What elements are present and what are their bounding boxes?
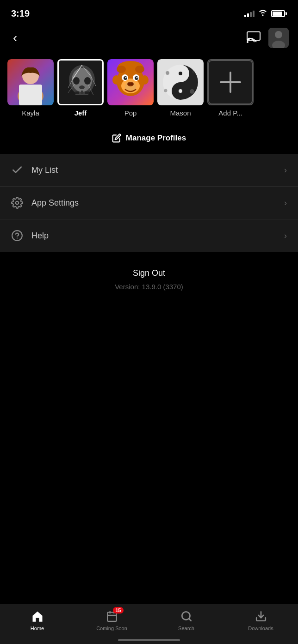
- menu-item-app-settings[interactable]: App Settings ›: [0, 187, 298, 219]
- chevron-right-icon-help: ›: [284, 231, 287, 241]
- user-avatar[interactable]: [268, 28, 289, 48]
- profile-item-pop[interactable]: Pop: [107, 59, 154, 117]
- profile-name-mason: Mason: [170, 109, 191, 117]
- status-icons: [244, 9, 287, 18]
- pencil-icon: [112, 134, 121, 143]
- svg-rect-8: [19, 85, 42, 105]
- svg-point-41: [117, 66, 126, 73]
- header: ‹: [0, 24, 298, 55]
- menu-item-label-my-list: My List: [31, 165, 58, 175]
- svg-line-65: [189, 619, 191, 621]
- nav-label-downloads: Downloads: [248, 626, 273, 631]
- chevron-right-icon: ›: [284, 165, 287, 175]
- sign-out-section: Sign Out Version: 13.9.0 (3370): [0, 252, 298, 298]
- nav-label-home: Home: [31, 626, 44, 631]
- nav-item-downloads[interactable]: Downloads: [242, 610, 279, 631]
- svg-point-34: [137, 77, 138, 79]
- svg-point-18: [73, 77, 80, 85]
- cast-icon[interactable]: [246, 31, 261, 45]
- svg-point-47: [179, 72, 182, 75]
- menu-section: My List › App Settings › Help ›: [0, 154, 298, 252]
- svg-rect-22: [81, 91, 83, 94]
- svg-rect-60: [107, 612, 117, 621]
- avatar-image: [268, 28, 289, 48]
- gear-icon: [11, 197, 23, 209]
- menu-item-left-help: Help: [11, 230, 49, 242]
- profile-name-kayla: Kayla: [22, 109, 39, 117]
- check-icon: [11, 164, 23, 176]
- nav-label-search: Search: [178, 626, 194, 631]
- svg-point-33: [125, 77, 127, 79]
- signal-bars-icon: [244, 10, 255, 17]
- svg-point-20: [79, 85, 85, 89]
- profile-name-add: Add P...: [218, 109, 242, 117]
- profile-item-kayla[interactable]: Kayla: [7, 59, 54, 117]
- svg-point-42: [135, 66, 144, 73]
- svg-point-52: [164, 89, 168, 92]
- nav-item-search[interactable]: Search: [168, 610, 205, 631]
- menu-item-label-help: Help: [31, 231, 49, 241]
- status-time: 3:19: [11, 8, 30, 19]
- menu-item-my-list[interactable]: My List ›: [0, 154, 298, 187]
- svg-point-51: [192, 71, 195, 73]
- svg-point-39: [141, 75, 149, 85]
- manage-profiles-button[interactable]: Manage Profiles: [0, 124, 298, 154]
- profile-avatar-add: [207, 59, 254, 105]
- svg-point-57: [16, 201, 19, 205]
- profile-item-jeff[interactable]: Jeff: [57, 59, 104, 117]
- profile-avatar-pop: [107, 59, 154, 105]
- version-text: Version: 13.9.0 (3370): [9, 283, 289, 291]
- menu-item-left-app-settings: App Settings: [11, 197, 79, 209]
- svg-point-1: [247, 41, 248, 43]
- search-icon: [180, 610, 193, 623]
- svg-point-49: [166, 71, 169, 75]
- menu-item-label-app-settings: App Settings: [31, 198, 79, 208]
- status-bar: 3:19: [0, 0, 298, 24]
- bottom-nav: Home 15 Coming Soon Search: [0, 604, 298, 644]
- header-right: [246, 28, 289, 48]
- back-button[interactable]: ‹: [9, 29, 21, 47]
- manage-profiles-label: Manage Profiles: [126, 134, 186, 143]
- home-icon: [31, 610, 44, 623]
- calendar-icon: 15: [105, 610, 119, 623]
- wifi-icon: [258, 9, 267, 18]
- question-icon: [11, 230, 23, 242]
- profile-item-mason[interactable]: Mason: [157, 59, 204, 117]
- svg-point-48: [179, 89, 182, 93]
- profiles-section: Kayla: [0, 55, 298, 124]
- chevron-right-icon-settings: ›: [284, 198, 287, 208]
- profile-name-jeff: Jeff: [74, 109, 87, 117]
- svg-point-50: [190, 89, 194, 94]
- svg-point-3: [275, 31, 282, 38]
- profiles-scroll: Kayla: [4, 59, 294, 117]
- profile-item-add[interactable]: Add P...: [207, 59, 254, 117]
- home-indicator: [118, 639, 180, 641]
- svg-point-37: [130, 83, 133, 85]
- profile-avatar-mason: [157, 59, 204, 105]
- menu-item-help[interactable]: Help ›: [0, 219, 298, 252]
- coming-soon-badge: 15: [113, 607, 123, 614]
- nav-label-coming-soon: Coming Soon: [96, 626, 127, 631]
- battery-icon: [271, 10, 287, 17]
- svg-point-36: [128, 83, 130, 85]
- nav-item-coming-soon[interactable]: 15 Coming Soon: [93, 610, 130, 631]
- profile-avatar-kayla: [7, 59, 54, 105]
- svg-point-19: [84, 77, 91, 85]
- menu-item-left-my-list: My List: [11, 164, 58, 176]
- nav-item-home[interactable]: Home: [19, 610, 56, 631]
- download-icon: [254, 610, 268, 623]
- sign-out-button[interactable]: Sign Out: [9, 268, 289, 278]
- svg-point-38: [112, 75, 120, 85]
- profile-name-pop: Pop: [124, 109, 137, 117]
- profile-avatar-jeff: [57, 59, 104, 105]
- svg-rect-24: [75, 94, 88, 95]
